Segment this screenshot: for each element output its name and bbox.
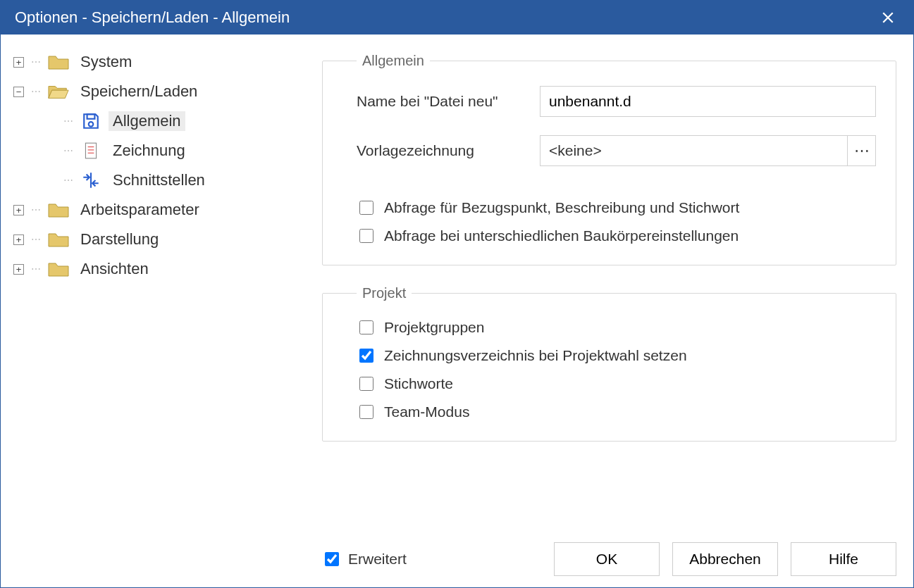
checkbox-body-settings[interactable] bbox=[359, 229, 373, 243]
save-icon bbox=[80, 112, 101, 130]
main-panel: Allgemein Name bei "Datei neu" Vorlageze… bbox=[318, 35, 913, 587]
tree-label: Ansichten bbox=[76, 259, 153, 279]
checkbox-reference-prompt[interactable] bbox=[359, 201, 373, 215]
tree-label: Zeichnung bbox=[109, 141, 190, 161]
svg-point-1 bbox=[89, 122, 94, 127]
tree-label: Darstellung bbox=[76, 230, 163, 249]
tree-label: Allgemein bbox=[109, 111, 185, 131]
checkbox-reference-prompt-label: Abfrage für Bezugspunkt, Beschreibung un… bbox=[384, 199, 739, 216]
expand-icon[interactable]: + bbox=[13, 205, 24, 215]
extended-label: Erweitert bbox=[348, 551, 407, 568]
template-value: <keine> bbox=[541, 142, 847, 159]
group-general: Allgemein Name bei "Datei neu" Vorlageze… bbox=[322, 53, 896, 265]
options-dialog: Optionen - Speichern/Laden - Allgemein +… bbox=[0, 0, 914, 588]
folder-icon bbox=[48, 230, 69, 249]
document-icon bbox=[80, 142, 101, 160]
folder-open-icon bbox=[48, 82, 69, 101]
ellipsis-icon[interactable]: ⋯ bbox=[847, 136, 875, 165]
tree-label: Speichern/Laden bbox=[76, 82, 202, 101]
group-general-legend: Allgemein bbox=[357, 53, 430, 69]
tree-item-system[interactable]: + ⋯ System bbox=[13, 47, 308, 77]
checkbox-body-settings-label: Abfrage bei unterschiedlichen Baukörpere… bbox=[384, 227, 739, 244]
window-title: Optionen - Speichern/Laden - Allgemein bbox=[15, 8, 290, 27]
close-icon[interactable] bbox=[871, 1, 905, 35]
template-label: Vorlagezeichnung bbox=[357, 142, 540, 159]
checkbox-team-mode[interactable] bbox=[359, 405, 373, 419]
ok-button[interactable]: OK bbox=[554, 542, 660, 576]
tree-label: System bbox=[76, 52, 136, 72]
help-button[interactable]: Hilfe bbox=[791, 542, 896, 576]
extended-checkbox[interactable] bbox=[325, 552, 339, 566]
tree-item-schnittstellen[interactable]: ⋯ Schnittstellen bbox=[46, 165, 308, 195]
group-project-legend: Projekt bbox=[357, 285, 412, 301]
name-new-input[interactable] bbox=[540, 86, 876, 117]
checkbox-keywords[interactable] bbox=[359, 377, 373, 391]
tree-item-darstellung[interactable]: + ⋯ Darstellung bbox=[13, 225, 308, 254]
svg-rect-0 bbox=[87, 114, 95, 119]
titlebar: Optionen - Speichern/Laden - Allgemein bbox=[1, 1, 913, 35]
footer: Erweitert OK Abbrechen Hilfe bbox=[322, 537, 896, 576]
cancel-button[interactable]: Abbrechen bbox=[672, 542, 778, 576]
checkbox-keywords-label: Stichworte bbox=[384, 375, 453, 392]
nav-tree: + ⋯ System − ⋯ Spe bbox=[1, 35, 318, 587]
tree-item-zeichnung[interactable]: ⋯ Zeichnung bbox=[46, 136, 308, 165]
tree-item-ansichten[interactable]: + ⋯ Ansichten bbox=[13, 254, 308, 284]
group-project: Projekt Projektgruppen Zeichnungsverzeic… bbox=[322, 285, 896, 442]
tree-item-allgemein[interactable]: ⋯ Allgemein bbox=[46, 106, 308, 136]
checkbox-projectgroups[interactable] bbox=[359, 320, 373, 334]
tree-label: Schnittstellen bbox=[109, 170, 209, 190]
folder-icon bbox=[48, 260, 69, 278]
expand-icon[interactable]: + bbox=[13, 264, 24, 275]
checkbox-projectgroups-label: Projektgruppen bbox=[384, 319, 484, 336]
interface-icon bbox=[80, 171, 101, 189]
tree-label: Arbeitsparameter bbox=[76, 200, 204, 220]
tree-item-arbeitsparameter[interactable]: + ⋯ Arbeitsparameter bbox=[13, 195, 308, 225]
template-combo[interactable]: <keine> ⋯ bbox=[540, 135, 876, 166]
checkbox-drawing-dir-label: Zeichnungsverzeichnis bei Projektwahl se… bbox=[384, 347, 687, 364]
tree-item-speichern-laden[interactable]: − ⋯ Speichern/Laden bbox=[13, 77, 308, 106]
folder-icon bbox=[48, 53, 69, 71]
checkbox-team-mode-label: Team-Modus bbox=[384, 404, 469, 420]
content-area: + ⋯ System − ⋯ Spe bbox=[1, 35, 913, 587]
expand-icon[interactable]: + bbox=[13, 234, 24, 245]
collapse-icon[interactable]: − bbox=[13, 87, 24, 97]
checkbox-drawing-dir[interactable] bbox=[359, 349, 373, 363]
extended-toggle[interactable]: Erweitert bbox=[322, 550, 407, 568]
folder-icon bbox=[48, 201, 69, 219]
svg-rect-2 bbox=[85, 143, 96, 158]
expand-icon[interactable]: + bbox=[13, 57, 24, 68]
name-new-label: Name bei "Datei neu" bbox=[357, 93, 540, 110]
